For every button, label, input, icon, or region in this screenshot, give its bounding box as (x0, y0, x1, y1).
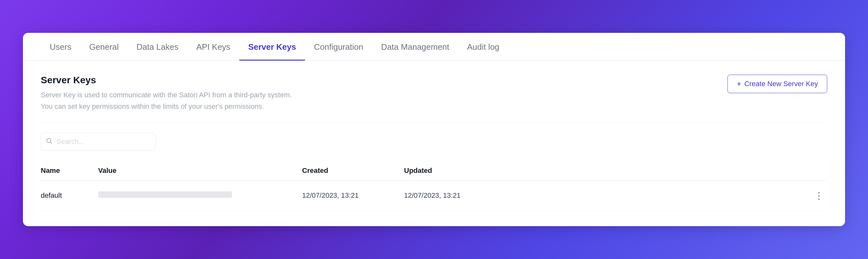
row-created: 12/07/2023, 13:21 (302, 180, 404, 210)
row-actions-cell: ⋮ (506, 180, 827, 210)
plus-icon: + (737, 80, 741, 88)
svg-line-1 (50, 142, 52, 143)
column-header-updated: Updated (404, 162, 506, 181)
column-header-created: Created (302, 162, 404, 181)
tab-data-management[interactable]: Data Management (372, 33, 458, 61)
row-name: default (41, 180, 98, 210)
search-container (41, 133, 155, 150)
row-updated: 12/07/2023, 13:21 (404, 180, 506, 210)
server-keys-table: Name Value Created Updated default 12/07… (41, 162, 827, 211)
table-header-row: Name Value Created Updated (41, 162, 827, 181)
main-card: Users General Data Lakes API Keys Server… (23, 33, 845, 226)
column-header-name: Name (41, 162, 98, 181)
divider (41, 122, 827, 122)
tab-audit-log[interactable]: Audit log (458, 33, 508, 61)
section-title: Server Keys (41, 75, 291, 85)
search-icon (46, 138, 52, 145)
tab-data-lakes[interactable]: Data Lakes (127, 33, 187, 61)
search-input[interactable] (41, 133, 155, 150)
tab-users[interactable]: Users (41, 33, 80, 61)
content-header: Server Keys Server Key is used to commun… (41, 75, 827, 112)
masked-value (98, 191, 232, 198)
column-header-actions (506, 162, 827, 181)
create-button-label: Create New Server Key (744, 80, 818, 88)
column-header-value: Value (98, 162, 302, 181)
tab-server-keys[interactable]: Server Keys (239, 33, 305, 61)
tab-api-keys[interactable]: API Keys (187, 33, 239, 61)
table-row: default 12/07/2023, 13:21 12/07/2023, 13… (41, 180, 827, 210)
tabs-navigation: Users General Data Lakes API Keys Server… (23, 33, 845, 61)
more-options-button[interactable]: ⋮ (811, 189, 827, 202)
row-value (98, 180, 302, 210)
create-server-key-button[interactable]: + Create New Server Key (727, 75, 827, 93)
tab-configuration[interactable]: Configuration (305, 33, 372, 61)
section-description-line2: You can set key permissions within the l… (41, 101, 291, 112)
content-area: Server Keys Server Key is used to commun… (23, 61, 845, 226)
tab-general[interactable]: General (80, 33, 128, 61)
section-info: Server Keys Server Key is used to commun… (41, 75, 291, 112)
section-description-line1: Server Key is used to communicate with t… (41, 89, 291, 100)
